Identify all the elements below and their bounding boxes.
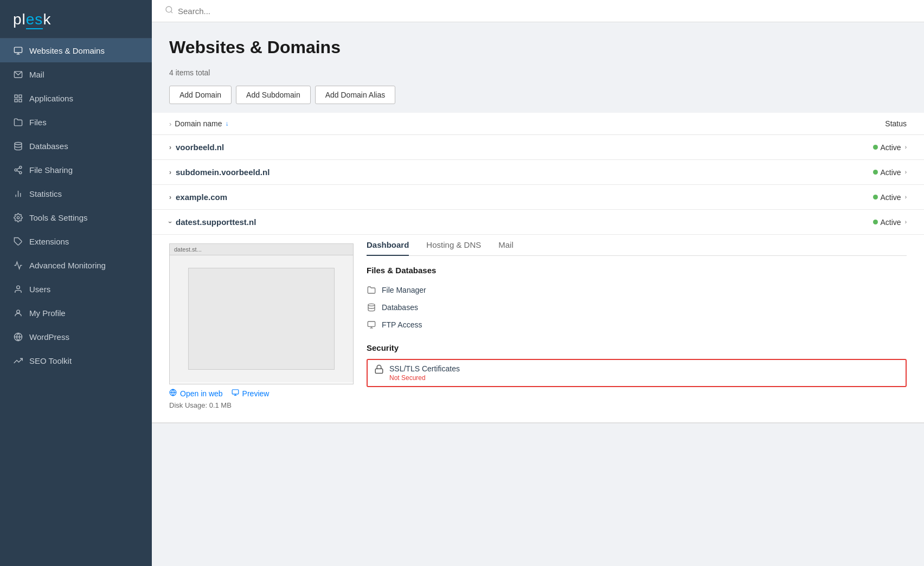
preview-link[interactable]: Preview [232, 389, 270, 398]
nav-label: Mail [29, 70, 44, 79]
status-badge: Active › [873, 143, 907, 152]
nav-item-applications[interactable]: Applications [0, 86, 152, 110]
svg-point-23 [166, 7, 172, 12]
files-databases-section: Files & Databases File Manager [367, 266, 907, 333]
svg-rect-34 [375, 369, 383, 373]
sort-arrow-icon: ↓ [226, 120, 229, 127]
databases-link[interactable]: Databases [367, 299, 907, 316]
domain-row-expanded[interactable]: › datest.supporttest.nl Active › [152, 210, 924, 235]
svg-rect-31 [368, 321, 375, 326]
column-domain-name: › Domain name ↓ [169, 119, 229, 128]
nav-item-seo-toolkit[interactable]: SEO Toolkit [0, 349, 152, 372]
nav-label: My Profile [29, 308, 66, 318]
domain-row[interactable]: › subdomein.voorbeeld.nl Active › [152, 160, 924, 185]
search-icon [165, 5, 174, 16]
ssl-box-content: SSL/TLS Certificates Not Secured [389, 364, 460, 382]
svg-rect-4 [15, 95, 17, 98]
ftp-icon [367, 320, 376, 330]
status-label: Active [881, 168, 901, 177]
nav-item-users[interactable]: Users [0, 277, 152, 301]
extension-icon [13, 236, 23, 246]
nav-item-statistics[interactable]: Statistics [0, 182, 152, 205]
add-domain-alias-button[interactable]: Add Domain Alias [315, 86, 396, 104]
nav-label: Websites & Domains [29, 46, 105, 55]
domain-row[interactable]: › example.com Active › [152, 185, 924, 210]
table-header: › Domain name ↓ Status [152, 113, 924, 135]
disk-usage: Disk Usage: 0.1 MB [169, 398, 354, 409]
nav-item-my-profile[interactable]: My Profile [0, 301, 152, 325]
status-badge: Active › [873, 218, 907, 227]
main-content: Websites & Domains 4 items total Add Dom… [152, 0, 924, 566]
domain-name: datest.supporttest.nl [176, 217, 256, 227]
chevron-down-icon: › [166, 221, 174, 223]
svg-line-12 [17, 170, 20, 172]
share-icon [13, 165, 23, 175]
domain-name-cell: › datest.supporttest.nl [169, 217, 256, 227]
svg-line-13 [17, 168, 20, 169]
nav-item-mail[interactable]: Mail [0, 62, 152, 86]
add-subdomain-button[interactable]: Add Subdomain [236, 86, 311, 104]
search-input[interactable] [178, 7, 911, 16]
ftp-access-link[interactable]: FTP Access [367, 316, 907, 333]
nav-item-files[interactable]: Files [0, 110, 152, 134]
domain-expanded-panel: datest.st... Open in web [152, 235, 924, 423]
ssl-status: Not Secured [389, 374, 460, 382]
dashboard-panel: Dashboard Hosting & DNS Mail Files & Dat… [367, 235, 907, 409]
section-title-files-databases: Files & Databases [367, 266, 907, 275]
svg-point-9 [19, 166, 21, 168]
status-label: Active [881, 218, 901, 227]
svg-point-8 [15, 142, 22, 144]
svg-point-30 [368, 304, 375, 306]
file-manager-label: File Manager [382, 286, 426, 294]
nav-item-file-sharing[interactable]: File Sharing [0, 158, 152, 182]
svg-point-11 [19, 171, 21, 173]
status-chevron-icon: › [905, 144, 907, 150]
status-badge: Active › [873, 168, 907, 177]
bar-chart-icon [13, 189, 23, 198]
content-area: Websites & Domains 4 items total Add Dom… [152, 22, 924, 566]
domain-row[interactable]: › voorbeeld.nl Active › [152, 135, 924, 160]
tab-dashboard[interactable]: Dashboard [367, 240, 409, 256]
nav-label: Extensions [29, 237, 69, 246]
nav-item-extensions[interactable]: Extensions [0, 229, 152, 253]
file-manager-link[interactable]: File Manager [367, 281, 907, 299]
svg-point-10 [15, 169, 17, 171]
nav-label: File Sharing [29, 165, 73, 175]
nav-item-advanced-monitoring[interactable]: Advanced Monitoring [0, 253, 152, 277]
nav-label: Users [29, 285, 50, 294]
nav-label: Files [29, 118, 47, 127]
nav-item-tools[interactable]: Tools & Settings [0, 205, 152, 229]
domain-name: voorbeeld.nl [176, 143, 224, 152]
chevron-icon: › [169, 120, 171, 128]
add-domain-button[interactable]: Add Domain [169, 86, 232, 104]
status-dot-icon [873, 195, 878, 200]
ssl-title: SSL/TLS Certificates [389, 364, 460, 373]
databases-label: Databases [382, 303, 418, 312]
nav-item-wordpress[interactable]: WordPress [0, 325, 152, 349]
ssl-tls-certificates-link[interactable]: SSL/TLS Certificates Not Secured [367, 359, 907, 387]
preview-icon [232, 389, 239, 398]
status-label: Active [881, 143, 901, 152]
sidebar: plesk Websites & Domains Mail Applicatio… [0, 0, 152, 566]
dashboard-tabs: Dashboard Hosting & DNS Mail [367, 235, 907, 256]
tab-hosting-dns[interactable]: Hosting & DNS [426, 240, 481, 255]
chevron-right-icon: › [169, 144, 171, 151]
logo: plesk [0, 0, 152, 38]
nav-item-databases[interactable]: Databases [0, 134, 152, 158]
tab-mail[interactable]: Mail [498, 240, 514, 255]
logo-text: plesk [13, 11, 139, 28]
ftp-access-label: FTP Access [382, 320, 422, 329]
nav-label: Databases [29, 142, 68, 151]
svg-rect-7 [18, 99, 21, 101]
preview-url-bar: datest.st... [170, 244, 353, 255]
grid-icon [13, 93, 23, 103]
svg-line-24 [171, 11, 172, 13]
status-chevron-icon: › [905, 219, 907, 225]
nav-item-websites[interactable]: Websites & Domains [0, 38, 152, 62]
ssl-icon [374, 364, 384, 376]
search-bar [152, 0, 924, 22]
open-in-web-link[interactable]: Open in web [169, 389, 223, 398]
status-dot-icon [873, 220, 878, 224]
status-chevron-icon: › [905, 169, 907, 175]
profile-icon [13, 308, 23, 318]
